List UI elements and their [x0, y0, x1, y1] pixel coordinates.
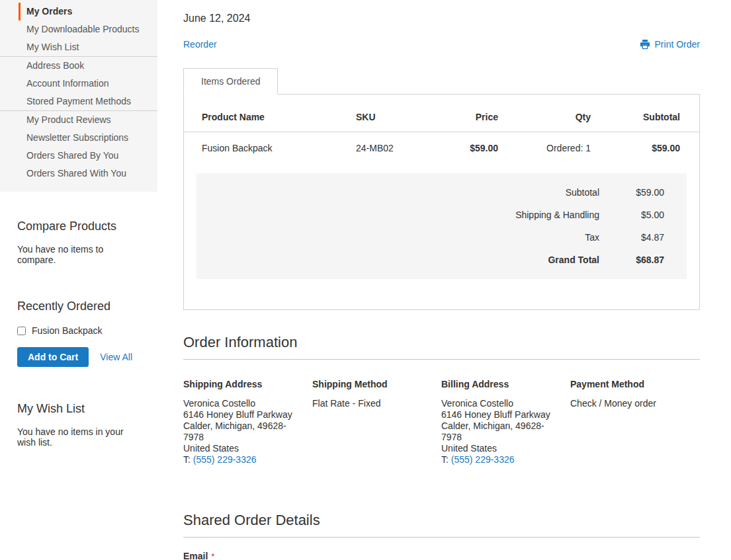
order-actions: Reorder Print Order [183, 39, 700, 50]
address-phone-line: T: (555) 229-3326 [441, 454, 560, 465]
wishlist-block: My Wish List You have no items in your w… [17, 402, 144, 448]
printer-icon [640, 39, 650, 50]
items-ordered-section: Items Ordered Product Name SKU Price Qty… [183, 67, 700, 310]
sidebar-item-stored-payment-methods[interactable]: Stored Payment Methods [0, 93, 157, 110]
order-view-main: June 12, 2024 Reorder Print Order Items … [183, 0, 700, 560]
address-name: Veronica Costello [441, 398, 560, 409]
view-all-link[interactable]: View All [100, 352, 132, 362]
shipping-method-title: Shipping Method [312, 379, 431, 389]
phone-link[interactable]: (555) 229-3326 [193, 454, 257, 465]
sidebar-item-newsletter-subscriptions[interactable]: Newsletter Subscriptions [0, 129, 157, 147]
billing-address-block: Billing Address Veronica Costello 6146 H… [441, 379, 570, 465]
sidebar-item-label[interactable]: Stored Payment Methods [0, 93, 157, 110]
address-country: United States [183, 443, 302, 454]
compare-products-title: Compare Products [17, 220, 144, 233]
sidebar-item-my-wish-list[interactable]: My Wish List [0, 38, 157, 56]
cell-sku: 24-MB02 [343, 132, 442, 174]
shipping-address-title: Shipping Address [183, 379, 302, 389]
sidebar-item-my-product-reviews[interactable]: My Product Reviews [0, 111, 157, 129]
column-header-qty: Qty [505, 95, 597, 132]
order-information-title: Order Information [183, 334, 700, 360]
total-label: Shipping & Handling [515, 210, 599, 220]
sidebar-item-label[interactable]: My Product Reviews [0, 111, 157, 129]
sidebar-item-address-book[interactable]: Address Book [0, 57, 157, 75]
shipping-method-block: Shipping Method Flat Rate - Fixed [312, 379, 441, 465]
account-sidebar: My Orders My Downloadable Products My Wi… [0, 0, 157, 448]
order-items-box: Product Name SKU Price Qty Subtotal Fusi… [183, 94, 700, 310]
recently-ordered-item-label: Fusion Backpack [32, 325, 103, 336]
order-date: June 12, 2024 [183, 13, 700, 24]
address-street: 6146 Honey Bluff Parkway [441, 409, 560, 420]
sidebar-item-my-orders[interactable]: My Orders [19, 3, 157, 20]
total-row-shipping: Shipping & Handling $5.00 [196, 204, 687, 226]
cell-price: $59.00 [442, 132, 505, 174]
sidebar-item-orders-shared-with-you[interactable]: Orders Shared With You [0, 165, 157, 182]
recently-ordered-block: Recently Ordered Fusion Backpack Add to … [17, 300, 144, 367]
total-value: $68.87 [599, 255, 687, 265]
email-label-row: Email* [183, 551, 700, 560]
sidebar-item-account-information[interactable]: Account Information [0, 75, 157, 93]
shipping-address-block: Shipping Address Veronica Costello 6146 … [183, 379, 312, 465]
column-header-price: Price [442, 95, 505, 132]
column-header-product-name: Product Name [184, 95, 343, 132]
print-order-label: Print Order [655, 39, 700, 50]
total-value: $4.87 [599, 232, 687, 243]
phone-link[interactable]: (555) 229-3326 [451, 454, 515, 465]
required-asterisk: * [211, 551, 214, 560]
cell-product-name: Fusion Backpack [184, 132, 343, 174]
address-city: Calder, Michigan, 49628-7978 [441, 420, 560, 443]
sidebar-item-label[interactable]: Account Information [0, 75, 157, 93]
sidebar-item-label[interactable]: Orders Shared With You [0, 165, 157, 182]
address-street: 6146 Honey Bluff Parkway [183, 409, 302, 420]
total-row-grand-total: Grand Total $68.87 [196, 249, 687, 271]
wishlist-title: My Wish List [17, 402, 144, 416]
total-value: $5.00 [599, 210, 687, 220]
wishlist-empty-text: You have no items in your wish list. [17, 426, 144, 448]
compare-products-empty-text: You have no items to compare. [17, 244, 144, 265]
order-totals: Subtotal $59.00 Shipping & Handling $5.0… [196, 173, 687, 279]
reorder-link[interactable]: Reorder [183, 39, 217, 50]
sidebar-item-label[interactable]: My Downloadable Products [0, 20, 157, 38]
address-name: Veronica Costello [183, 398, 302, 409]
account-navigation: My Orders My Downloadable Products My Wi… [0, 0, 157, 192]
payment-method-title: Payment Method [570, 379, 689, 389]
total-label: Tax [585, 232, 599, 243]
order-information-section: Order Information Shipping Address Veron… [183, 334, 700, 465]
billing-address-title: Billing Address [441, 379, 560, 389]
recently-ordered-item[interactable]: Fusion Backpack [17, 325, 144, 336]
sidebar-item-label[interactable]: My Wish List [0, 38, 157, 56]
total-value: $59.00 [599, 187, 687, 198]
cell-qty: Ordered: 1 [505, 132, 597, 174]
address-city: Calder, Michigan, 49628-7978 [183, 420, 302, 443]
total-row-subtotal: Subtotal $59.00 [196, 181, 687, 204]
sidebar-item-my-downloadable-products[interactable]: My Downloadable Products [0, 20, 157, 38]
table-row: Fusion Backpack 24-MB02 $59.00 Ordered: … [184, 132, 699, 174]
payment-method-block: Payment Method Check / Money order [570, 379, 699, 465]
sidebar-item-orders-shared-by-you[interactable]: Orders Shared By You [0, 147, 157, 165]
column-header-sku: SKU [343, 95, 442, 132]
tab-items-ordered[interactable]: Items Ordered [183, 68, 278, 95]
column-header-subtotal: Subtotal [597, 95, 699, 132]
shipping-method-value: Flat Rate - Fixed [312, 398, 431, 409]
total-label: Subtotal [566, 187, 599, 198]
total-label: Grand Total [548, 255, 599, 265]
sidebar-item-label[interactable]: Orders Shared By You [0, 147, 157, 165]
shared-order-details-title: Shared Order Details [183, 512, 700, 538]
order-items-table: Product Name SKU Price Qty Subtotal Fusi… [184, 95, 699, 173]
address-country: United States [441, 443, 560, 454]
shared-order-details-section: Shared Order Details Email* You can shar… [183, 512, 700, 560]
compare-products-block: Compare Products You have no items to co… [17, 220, 144, 265]
add-to-cart-button[interactable]: Add to Cart [17, 347, 89, 367]
email-label: Email [183, 551, 208, 560]
sidebar-item-label[interactable]: My Orders [21, 3, 157, 20]
cell-subtotal: $59.00 [597, 132, 699, 174]
sidebar-item-label[interactable]: Address Book [0, 57, 157, 75]
payment-method-value: Check / Money order [570, 398, 689, 409]
address-phone-line: T: (555) 229-3326 [183, 454, 302, 465]
sidebar-item-label[interactable]: Newsletter Subscriptions [0, 129, 157, 147]
total-row-tax: Tax $4.87 [196, 226, 687, 249]
recently-ordered-checkbox[interactable] [17, 327, 26, 335]
recently-ordered-title: Recently Ordered [17, 300, 144, 313]
print-order-link[interactable]: Print Order [640, 39, 700, 50]
